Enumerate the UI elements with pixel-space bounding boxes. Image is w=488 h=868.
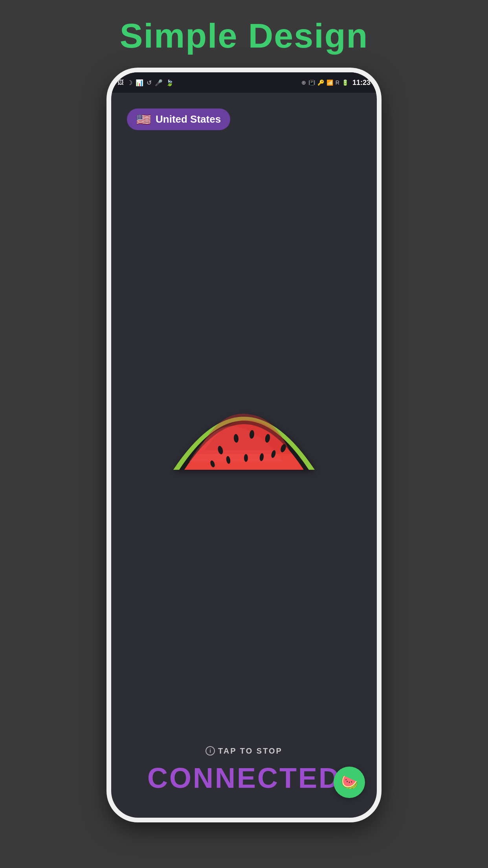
phone-screen: 🖼 ☽ 📊 ↺ 🎤 🍃 ⊕ 📳 🔑 📶 R 🔋 11:23 🇺🇸 U	[111, 72, 377, 818]
battery-icon: 🔋	[342, 79, 349, 86]
main-content	[111, 130, 377, 746]
signal-icon: R	[336, 79, 339, 86]
alarm-icon: ⊕	[301, 79, 306, 86]
vibrate-icon: 📳	[308, 79, 315, 86]
status-icons-left: 🖼 ☽ 📊 ↺ 🎤 🍃	[117, 79, 174, 86]
tap-to-stop-label: TAP TO STOP	[218, 747, 283, 756]
country-selector-button[interactable]: 🇺🇸 United States	[127, 108, 230, 130]
country-flag: 🇺🇸	[136, 114, 151, 125]
status-time: 11:23	[352, 79, 371, 87]
status-bar: 🖼 ☽ 📊 ↺ 🎤 🍃 ⊕ 📳 🔑 📶 R 🔋 11:23	[111, 72, 377, 93]
chart-icon: 📊	[136, 79, 143, 86]
tap-to-stop-row[interactable]: i TAP TO STOP	[205, 746, 283, 756]
key-icon: 🔑	[317, 79, 324, 86]
info-icon: i	[205, 746, 215, 756]
leaf-icon: 🍃	[166, 79, 174, 86]
connected-status-label: CONNECTED	[147, 762, 341, 794]
page-title: Simple Design	[120, 16, 368, 56]
fab-button[interactable]: 🍉	[334, 767, 365, 798]
fab-watermelon-icon: 🍉	[341, 774, 358, 791]
status-icons-right: ⊕ 📳 🔑 📶 R 🔋 11:23	[301, 79, 371, 87]
moon-icon: ☽	[127, 79, 132, 86]
country-name-label: United States	[156, 113, 221, 125]
phone-frame: 🖼 ☽ 📊 ↺ 🎤 🍃 ⊕ 📳 🔑 📶 R 🔋 11:23 🇺🇸 U	[106, 68, 382, 822]
mic-off-icon: 🎤	[155, 79, 163, 86]
watermelon-graphic	[150, 352, 338, 509]
wifi-icon: 📶	[327, 79, 333, 86]
sync-icon: ↺	[147, 79, 152, 86]
svg-point-6	[244, 454, 248, 462]
photo-icon: 🖼	[117, 79, 124, 86]
